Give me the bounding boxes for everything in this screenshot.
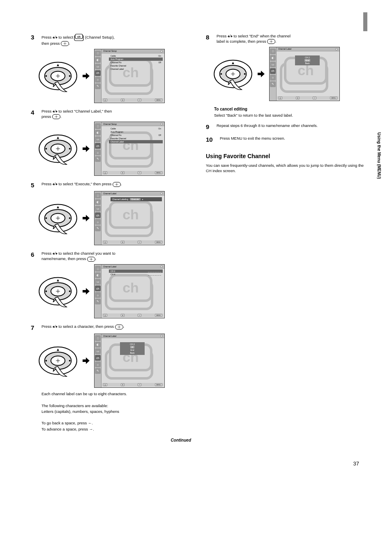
svg-point-19 (55, 117, 55, 117)
up-down-icon: ♠/♦ (53, 252, 58, 256)
svg-point-35 (115, 184, 115, 184)
execute-dialog: Channel Labeling Execute ▸ (111, 197, 162, 201)
svg-point-38 (116, 185, 117, 186)
step-text: Press ♠/♦ to select ch (Channel Setup), … (42, 34, 115, 46)
cable-indicator (160, 123, 163, 125)
arrow-right-icon (82, 145, 90, 153)
svg-point-22 (56, 117, 56, 118)
svg-point-68 (120, 327, 120, 327)
svg-point-12 (45, 75, 47, 77)
sidebar-channel-icon: ch (95, 70, 101, 76)
svg-point-92 (220, 73, 222, 75)
footer-back: ↩ (138, 99, 141, 101)
step-6: 6 Press ♠/♦ to select the channel you wa… (31, 251, 191, 318)
svg-point-60 (45, 290, 47, 292)
arrow-right-icon (82, 287, 90, 295)
enter-button-icon (113, 182, 121, 187)
menu-screen: □◐▭ch☼✎ ch Channel Label CH 2_ _ _ _ _ _… (94, 264, 165, 318)
step-4: 4 Press ♠/♦ to select "Channel Label," t… (31, 109, 191, 176)
up-down-icon: ♠/♦ (53, 182, 58, 187)
svg-point-5 (65, 42, 65, 43)
arrow-right-icon (82, 72, 90, 80)
step-8: 8 Press ♠/♦ to select "End" when the cha… (206, 34, 366, 101)
dpad-illustration (38, 200, 78, 236)
menu-screen: □ ◐ ▭ ch ☼ ✎ ch Channel Setup (94, 49, 165, 103)
step-7: 7 Press ♠/♦ to select a character, then … (31, 324, 191, 442)
svg-point-86 (271, 42, 271, 43)
sidebar-icon: ✎ (95, 83, 101, 89)
right-column: 8 Press ♠/♦ to select "End" when the cha… (206, 34, 366, 448)
svg-point-45 (69, 218, 71, 219)
step-text: Press ♠/♦ to select "Channel Label," the… (42, 109, 112, 120)
svg-point-93 (244, 73, 246, 75)
menu-screen: □◐▭ch☼✎ ch Channel Label CH 2 End Back ▯… (269, 47, 340, 101)
svg-point-21 (56, 115, 56, 116)
enter-button-icon (87, 257, 95, 262)
sidebar-icon: ▭ (95, 64, 101, 69)
svg-point-70 (119, 327, 119, 328)
svg-point-4 (66, 44, 66, 44)
cancel-editing: To cancel editing Select "Back" to retur… (206, 107, 366, 117)
svg-point-36 (118, 184, 118, 184)
char-select-dialog: CH 2 A End Back (120, 342, 145, 355)
step-10: 10 Press MENU to exit the menu screen. (206, 136, 366, 143)
svg-text:ch: ch (77, 35, 81, 38)
svg-point-83 (270, 41, 270, 42)
cable-indicator (160, 50, 163, 53)
svg-point-37 (116, 183, 117, 184)
svg-point-3 (63, 44, 64, 44)
svg-point-20 (57, 117, 58, 117)
dpad-illustration (213, 56, 253, 92)
step-3: 3 Press ♠/♦ to select ch (Channel Setup)… (31, 34, 191, 103)
dpad-illustration (38, 58, 78, 94)
sidebar-icon: ◐ (95, 57, 101, 63)
dpad-illustration (38, 131, 78, 166)
arrow-right-icon (82, 214, 90, 222)
sidebar-icon: ☼ (95, 77, 101, 83)
end-dialog: CH 2 End Back (295, 55, 320, 65)
enter-button-icon (267, 39, 275, 44)
arrow-right-icon (257, 70, 265, 78)
channel-setup-icon: ch (74, 34, 84, 41)
menu-screen: □◐▭ch☼✎ ch Channel Setup CableOn Auto Pr… (94, 122, 165, 176)
up-down-icon: ♠/♦ (228, 34, 233, 38)
arrow-right-icon (82, 357, 90, 365)
up-down-icon: ♠/♦ (53, 325, 58, 329)
step-9: 9 Repeat steps 6 through 8 to name/renam… (206, 123, 366, 130)
svg-point-76 (45, 360, 47, 362)
footer-enter: ⊕ (121, 99, 125, 101)
step-number: 4 (31, 109, 38, 116)
svg-point-28 (45, 148, 47, 150)
step-7-body: Each channel label can be up to eight ch… (42, 391, 191, 432)
svg-point-85 (271, 40, 271, 41)
favorite-section: Using Favorite Channel You can save freq… (206, 153, 366, 174)
svg-point-69 (119, 325, 119, 326)
svg-point-51 (90, 259, 90, 259)
svg-point-13 (69, 75, 71, 77)
footer-menu: MENU (155, 99, 162, 101)
up-down-icon: ♠/♦ (53, 35, 58, 39)
svg-point-53 (91, 258, 91, 258)
svg-point-77 (69, 360, 71, 362)
page-number: 37 (31, 461, 367, 467)
menu-screen: □◐▭ch☼✎ ch Channel Label CH 2 A End Back… (94, 334, 165, 388)
svg-point-52 (92, 259, 92, 259)
dpad-illustration (38, 274, 78, 309)
left-column: 3 Press ♠/♦ to select ch (Channel Setup)… (31, 34, 191, 448)
svg-point-54 (91, 260, 91, 260)
step-5: 5 Press ♠/♦ to select "Execute," then pr… (31, 182, 191, 245)
enter-button-icon (52, 114, 60, 119)
enter-button-icon (115, 325, 123, 329)
dpad-illustration (38, 343, 78, 378)
svg-point-67 (118, 327, 118, 327)
svg-point-6 (65, 44, 65, 45)
menu-screen: □◐▭ch☼✎ ch Channel Label Channel Labelin… (94, 191, 165, 245)
svg-point-61 (69, 290, 71, 292)
side-label: Using the Menu (MENU) (377, 132, 381, 179)
enter-button-icon (61, 41, 69, 46)
sidebar-icon: □ (95, 51, 101, 56)
svg-point-84 (272, 41, 272, 42)
page-tab (363, 12, 367, 31)
footer-pip: ▯▯ (103, 99, 107, 101)
svg-point-44 (45, 218, 47, 219)
